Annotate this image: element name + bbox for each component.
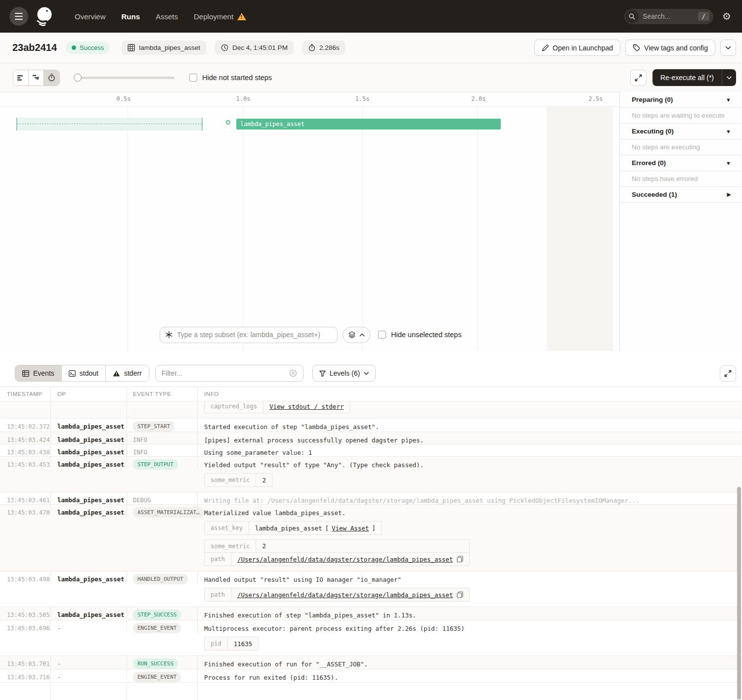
levels-dropdown[interactable]: Levels (6) [312, 365, 376, 382]
nav-item-runs[interactable]: Runs [122, 12, 140, 21]
events-fullscreen-button[interactable] [720, 365, 736, 382]
event-type-label: DEBUG [133, 492, 151, 504]
copy-path-icon[interactable] [457, 556, 463, 563]
event-timestamp[interactable]: 13:45:03.453 [7, 457, 50, 468]
event-op-name: - [57, 669, 61, 681]
timeline-tick-label: 2.0s [472, 95, 486, 102]
top-nav: OverviewRunsAssetsDeployment Search... /… [0, 0, 742, 33]
apply-selection-button[interactable] [343, 327, 370, 343]
checkbox-icon[interactable] [378, 331, 386, 339]
run-tag-chip[interactable]: lambda_pipes_asset [122, 41, 206, 55]
event-op-name[interactable]: lambda_pipes_asset [57, 505, 124, 516]
event-op-name[interactable]: lambda_pipes_asset [57, 607, 124, 618]
event-log-row[interactable]: 13:45:03.696-ENGINE_EVENTMultiprocess ex… [0, 620, 742, 656]
step-status-section-header[interactable]: Executing (0)▼ [620, 124, 742, 139]
flat-view-button[interactable] [13, 70, 29, 86]
gear-icon[interactable]: ⚙ [722, 11, 731, 21]
event-timestamp[interactable]: 13:45:03.696 [7, 620, 50, 632]
dagster-logo-icon[interactable] [32, 5, 55, 28]
hide-not-started-checkbox[interactable]: Hide not started steps [189, 74, 272, 82]
event-log-row[interactable]: 13:45:03.505lambda_pipes_assetSTEP_SUCCE… [0, 607, 742, 620]
event-log-row[interactable]: 13:45:02.372lambda_pipes_assetSTEP_START… [0, 419, 742, 432]
event-op-name[interactable]: lambda_pipes_asset [57, 571, 124, 583]
event-timestamp[interactable]: 13:45:02.372 [7, 419, 50, 430]
metadata-value-link[interactable]: /Users/alangenfeld/data/dagster/storage/… [237, 591, 453, 599]
tab-events[interactable]: Events [15, 365, 62, 381]
view-asset-link[interactable]: View Asset [332, 525, 369, 532]
event-info-text: Finished execution of step "lambda_pipes… [204, 607, 416, 619]
reexecute-all-button[interactable]: Re-execute all (*) [653, 69, 736, 86]
event-op-name[interactable]: lambda_pipes_asset [57, 457, 124, 468]
reexecute-dropdown-caret[interactable] [722, 69, 736, 86]
gantt-overrun-band [547, 107, 613, 351]
event-log-row[interactable]: 13:45:03.701-RUN_SUCCESSFinished executi… [0, 656, 742, 669]
timed-view-button[interactable] [44, 70, 59, 86]
metadata-value-link[interactable]: /Users/alangenfeld/data/dagster/storage/… [237, 556, 453, 563]
open-in-launchpad-button[interactable]: Open in Launchpad [534, 40, 620, 56]
step-subset-input[interactable]: Type a step subset (ex: lambda_pipes_ass… [160, 327, 338, 343]
event-op-name[interactable]: lambda_pipes_asset [57, 432, 124, 443]
view-tags-config-button[interactable]: View tags and config [625, 40, 715, 56]
run-actions-dropdown-button[interactable] [720, 40, 736, 56]
metadata-value-link[interactable]: View stdout / stderr [269, 403, 344, 410]
nav-item-deployment[interactable]: Deployment [194, 12, 246, 21]
event-log-row[interactable]: 13:45:03.438lambda_pipes_assetINFOUsing … [0, 444, 742, 457]
event-timestamp[interactable]: 13:45:03.438 [7, 444, 50, 456]
gantt-step-bar[interactable]: lambda_pipes_asset [236, 119, 501, 130]
metadata-key: some_metric [205, 474, 256, 486]
stderr-icon [113, 370, 120, 377]
event-log-row[interactable]: 13:45:03.498lambda_pipes_assetHANDLED_OU… [0, 571, 742, 607]
events-scrollbar[interactable] [737, 487, 741, 700]
log-filter-input[interactable]: Filter... [155, 365, 304, 382]
event-metadata-table: captured_logsView stdout / stderr [204, 402, 350, 413]
event-op-name[interactable]: lambda_pipes_asset [57, 444, 124, 456]
event-timestamp[interactable]: 13:45:03.505 [7, 607, 50, 618]
clear-filter-icon[interactable] [289, 369, 297, 377]
tab-label: stdout [80, 369, 98, 377]
warning-icon [237, 13, 246, 20]
event-type-badge: ENGINE_EVENT [133, 672, 181, 682]
event-timestamp[interactable]: 13:45:03.701 [7, 656, 50, 667]
gantt-zoom-slider[interactable] [74, 74, 175, 82]
slider-handle[interactable] [74, 74, 82, 82]
event-type-label: INFO [133, 432, 147, 443]
event-type-badge: HANDLED_OUTPUT [133, 574, 188, 584]
step-status-section-header[interactable]: Preparing (0)▼ [620, 92, 742, 108]
event-log-row[interactable]: 13:45:03.453lambda_pipes_assetSTEP_OUTPU… [0, 457, 742, 492]
event-timestamp[interactable]: 13:45:03.470 [7, 505, 50, 516]
event-log-row[interactable]: captured_logsView stdout / stderr [0, 402, 742, 419]
event-log-row[interactable]: 13:45:03.424lambda_pipes_assetINFO[pipes… [0, 432, 742, 444]
nav-item-overview[interactable]: Overview [75, 12, 106, 21]
copy-path-icon[interactable] [457, 591, 463, 598]
event-op-name[interactable]: lambda_pipes_asset [57, 419, 124, 430]
event-log-row[interactable]: 13:45:03.461lambda_pipes_assetDEBUGWriti… [0, 492, 742, 505]
gantt-waiting-box [16, 118, 203, 131]
hide-unselected-checkbox[interactable]: Hide unselected steps [378, 331, 462, 339]
tab-stderr[interactable]: stderr [106, 365, 149, 381]
event-timestamp[interactable]: 13:45:03.716 [7, 669, 50, 681]
event-metadata-table: pid11635 [204, 637, 259, 651]
step-status-section-header[interactable]: Succeeded (1)▶ [620, 187, 742, 203]
nav-item-assets[interactable]: Assets [156, 12, 178, 21]
gantt-gridline [128, 107, 128, 351]
search-input[interactable]: Search... / [624, 9, 713, 24]
tab-stdout[interactable]: stdout [62, 365, 106, 381]
event-timestamp[interactable]: 13:45:03.461 [7, 492, 50, 504]
checkbox-icon[interactable] [189, 74, 197, 82]
event-timestamp[interactable]: 13:45:03.424 [7, 432, 50, 443]
op-selector-icon [165, 331, 173, 339]
event-timestamp[interactable]: 13:45:03.498 [7, 571, 50, 583]
event-info-text: Finished execution of run for "__ASSET_J… [204, 656, 368, 668]
event-op-name[interactable]: lambda_pipes_asset [57, 492, 124, 504]
step-status-section-header[interactable]: Errored (0)▼ [620, 155, 742, 171]
timeline-tick-label: 2.5s [589, 95, 603, 102]
event-log-row[interactable]: 13:45:03.716-ENGINE_EVENTProcess for run… [0, 669, 742, 683]
timeline-tick-label: 1.0s [236, 95, 251, 102]
gantt-fullscreen-button[interactable] [630, 70, 647, 86]
event-log-row[interactable]: 13:45:03.470lambda_pipes_assetASSET_MATE… [0, 505, 742, 571]
status-label: Success [80, 44, 104, 51]
hamburger-menu-icon[interactable] [9, 7, 28, 26]
waterfall-view-button[interactable] [29, 70, 44, 86]
gantt-gridline [478, 107, 478, 351]
tab-label: Events [33, 369, 54, 377]
